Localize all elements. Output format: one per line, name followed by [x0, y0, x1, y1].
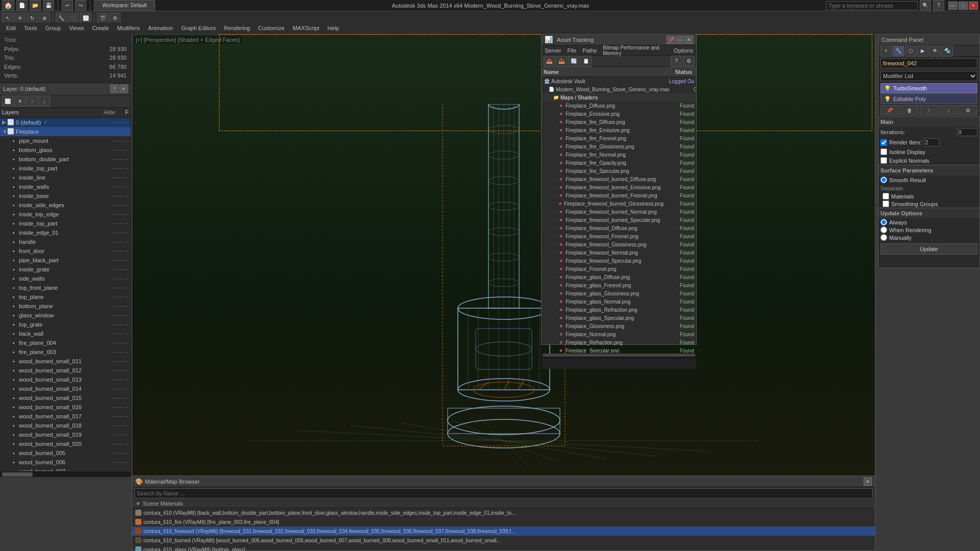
open-file-btn[interactable]: 📂: [30, 0, 41, 11]
redo-btn[interactable]: ↪: [75, 0, 86, 11]
asset-fire-gloss[interactable]: ■ Fireplace_fire_Glossiness.png Found: [542, 142, 696, 151]
asset-glass-spec[interactable]: ■ Fireplace_glass_Specular.png Found: [542, 314, 696, 322]
utility-panel-btn[interactable]: 🔩: [942, 45, 953, 57]
layer-item-wood-017[interactable]: ▪ wood_burned_small_017 — — —: [0, 412, 131, 421]
asset-glass-gloss[interactable]: ■ Fireplace_glass_Glossiness.png Found: [542, 289, 696, 297]
modifier-list-dropdown[interactable]: Modifier List: [880, 71, 977, 81]
asset-fw-burned-fres[interactable]: ■ Fireplace_firewood_burned_Fresnel.png …: [542, 191, 696, 199]
asset-menu-paths[interactable]: Paths: [579, 46, 600, 55]
layer-item-inside-line[interactable]: ▪ inside_line — — —: [0, 173, 131, 182]
asset-glass-refr[interactable]: ■ Fireplace_glass_Refraction.png Found: [542, 306, 696, 314]
asset-fw-spec[interactable]: ■ Fireplace_firewood_Specular.png Found: [542, 257, 696, 265]
layer-item-wood-018[interactable]: ▪ wood_burned_small_018 — — —: [0, 421, 131, 430]
asset-min-btn[interactable]: —: [676, 36, 684, 44]
layer-item-inside-walls[interactable]: ▪ inside_walls — — —: [0, 182, 131, 191]
workspace-dropdown[interactable]: Workspace: Default: [94, 0, 155, 11]
asset-specular[interactable]: ■ Fireplace_Specular.png Found: [542, 346, 696, 353]
layer-item-inside-top-part2[interactable]: ▪ inside_top_part — — —: [0, 219, 131, 228]
menu-rendering[interactable]: Rendering: [220, 22, 254, 34]
layer-move-btn[interactable]: ↑: [27, 95, 38, 107]
layer-item-bottom-plane[interactable]: ▪ bottom_plane — — —: [0, 302, 131, 311]
asset-menu-file[interactable]: File: [564, 46, 579, 55]
asset-tool-3[interactable]: 🔄: [568, 56, 579, 67]
hierarchy-panel-btn[interactable]: ⬡: [905, 45, 916, 57]
asset-fres[interactable]: ■ Fireplace_Fresnel.png Found: [542, 265, 696, 273]
panel-question-btn[interactable]: ?: [110, 85, 118, 93]
asset-menu-bitmap[interactable]: Bitmap Performance and Memory: [600, 44, 671, 57]
asset-glass-diff[interactable]: ■ Fireplace_glass_Diffuse.png Found: [542, 273, 696, 281]
new-file-btn[interactable]: 📄: [16, 0, 28, 11]
menu-group[interactable]: Group: [41, 22, 65, 34]
asset-glass-norm[interactable]: ■ Fireplace_glass_Normal.png Found: [542, 297, 696, 306]
asset-fw-fres[interactable]: ■ Fireplace_firewood_Fresnel.png Found: [542, 232, 696, 240]
layer-item-top-grate[interactable]: ▪ top_grate — — —: [0, 320, 131, 329]
save-btn[interactable]: 💾: [43, 0, 54, 11]
asset-fw-burned-gloss[interactable]: ■ Fireplace_firewood_burned_Glossiness.p…: [542, 199, 696, 208]
layer-item-handle[interactable]: ▪ handle — — —: [0, 237, 131, 246]
mod-delete-btn[interactable]: 🗑: [900, 105, 918, 115]
mat-item-4[interactable]: contura_610_burned (VRayMtl) [wood_burne…: [132, 536, 875, 545]
asset-fire-diffuse[interactable]: ■ Fireplace_fire_Diffuse.png Found: [542, 118, 696, 126]
asset-fw-burned-norm[interactable]: ■ Fireplace_firewood_burned_Normal.png F…: [542, 208, 696, 216]
mat-item-1[interactable]: contura_610 (VRayMtl) [back_wall,bottom_…: [132, 508, 875, 517]
menu-views[interactable]: Views: [65, 22, 88, 34]
layer-item-wood-020[interactable]: ▪ wood_burned_small_020 — — —: [0, 439, 131, 448]
asset-maps-folder[interactable]: 📁 Maps / Shaders: [542, 93, 696, 102]
asset-hscroll-thumb[interactable]: [543, 354, 695, 357]
menu-modifiers[interactable]: Modifiers: [113, 22, 144, 34]
asset-fire-emissive[interactable]: ■ Fireplace_fire_Emissive.png Found: [542, 126, 696, 134]
menu-edit[interactable]: Edit: [2, 22, 20, 34]
layer-item-wood-012[interactable]: ▪ wood_burned_small_012 — — —: [0, 366, 131, 375]
mod-editable-poly[interactable]: 💡 Editable Poly: [880, 94, 977, 104]
mat-item-2[interactable]: contura_610_fire (VRayMtl) [fire_plane_0…: [132, 517, 875, 527]
mod-materials-check[interactable]: [883, 193, 889, 199]
mat-item-3[interactable]: contura_610_firewood (VRayMtl) [firewood…: [132, 527, 875, 536]
mod-isoline-check[interactable]: [880, 148, 887, 155]
asset-menu-options[interactable]: Options: [671, 46, 696, 55]
menu-graph-editors[interactable]: Graph Editors: [177, 22, 220, 34]
search-btn[interactable]: 🔍: [920, 0, 931, 11]
asset-menu-server[interactable]: Server: [542, 46, 564, 55]
asset-fw-gloss[interactable]: ■ Fireplace_firewood_Glossiness.png Foun…: [542, 240, 696, 248]
asset-fw-burned-spec[interactable]: ■ Fireplace_firewood_burned_Specular.png…: [542, 216, 696, 224]
asset-maxfile[interactable]: 📄 Modern_Wood_Burning_Stove_Generic_vray…: [542, 85, 696, 93]
mod-always-radio[interactable]: [880, 219, 887, 226]
layer-delete-btn[interactable]: ✕: [14, 95, 26, 107]
layer-new-btn[interactable]: ⬜: [2, 95, 13, 107]
mod-render-iters-check[interactable]: [880, 139, 887, 146]
layer-item-insde-side[interactable]: ▪ insde_side_edges — — —: [0, 201, 131, 210]
asset-fw-norm[interactable]: ■ Fireplace_firewood_Normal.png Found: [542, 248, 696, 257]
asset-refraction[interactable]: ■ Fireplace_Refraction.png Found: [542, 338, 696, 346]
asset-fire-fresnel[interactable]: ■ Fireplace_fire_Fresnel.png Found: [542, 134, 696, 142]
layer-item-front-door[interactable]: ▪ front_door — — —: [0, 246, 131, 256]
menu-create[interactable]: Create: [88, 22, 113, 34]
maximize-btn[interactable]: □: [959, 2, 968, 10]
menu-tools[interactable]: Tools: [20, 22, 41, 34]
layer-item-wood-013[interactable]: ▪ wood_burned_small_013 — — —: [0, 375, 131, 384]
mod-explicit-check[interactable]: [880, 157, 887, 164]
modify-panel-btn[interactable]: 🔧: [893, 45, 904, 57]
layer-item-fireplace[interactable]: ▼ ⬜ Fireplace □: [0, 127, 131, 136]
asset-fw-burned-diff[interactable]: ■ Fireplace_firewood_burned_Diffuse.png …: [542, 175, 696, 183]
menu-customize[interactable]: Customize: [254, 22, 289, 34]
mod-manually-radio[interactable]: [880, 234, 887, 241]
layer-item-inside-grate[interactable]: ▪ inside_grate — — —: [0, 265, 131, 274]
mod-move-dn-btn[interactable]: ↓: [939, 105, 958, 115]
mod-pin-btn[interactable]: 📌: [880, 105, 899, 115]
update-btn[interactable]: Update: [880, 243, 977, 255]
layer-item-wood-007[interactable]: ▪ wood_burned_007 — — —: [0, 467, 131, 471]
asset-glass-fres[interactable]: ■ Fireplace_glass_Fresnel.png Found: [542, 281, 696, 289]
asset-gloss[interactable]: ■ Fireplace_Glossiness.png Found: [542, 322, 696, 330]
motion-panel-btn[interactable]: ▶: [917, 45, 928, 57]
asset-tool-4[interactable]: 📋: [580, 56, 592, 67]
close-btn[interactable]: ✕: [969, 2, 978, 10]
layer-item-pipe-black[interactable]: ▪ pipe_black_part — — —: [0, 256, 131, 265]
asset-fw-burned-emis[interactable]: ■ Fireplace_firewood_burned_Emissive.png…: [542, 183, 696, 191]
layer-item-side-walls[interactable]: ▪ side_walls — — —: [0, 274, 131, 283]
layer-item-wood-019[interactable]: ▪ wood_burned_small_019 — — —: [0, 430, 131, 439]
mod-when-rendering-radio[interactable]: [880, 227, 887, 233]
mod-move-up-btn[interactable]: ↑: [920, 105, 938, 115]
layer-item-inside-edge01[interactable]: ▪ inside_edge_01 — — —: [0, 228, 131, 237]
asset-emissive[interactable]: ■ Fireplace_Emissive.png Found: [542, 110, 696, 118]
asset-tool-settings[interactable]: ⚙: [683, 56, 694, 67]
